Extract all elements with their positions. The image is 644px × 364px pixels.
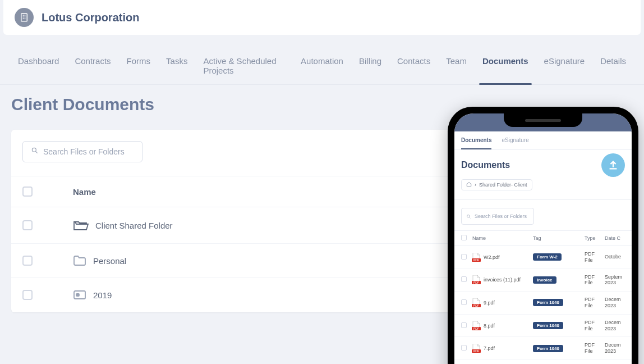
phone-row-type: PDFFile xyxy=(585,251,605,263)
phone-row-name: invoices (11).pdf xyxy=(484,277,521,283)
phone-table-row[interactable]: PDF 8.pdf Form 1040 PDFFile Decem2023 xyxy=(454,315,632,338)
phone-row-type: PDFFile xyxy=(585,274,605,286)
phone-row-checkbox[interactable] xyxy=(461,322,467,328)
phone-row-checkbox[interactable] xyxy=(461,299,467,305)
tab-automation[interactable]: Automation xyxy=(293,48,351,84)
file-pdf-icon: PDF xyxy=(472,298,480,307)
phone-row-name: W2.pdf xyxy=(484,254,500,260)
phone-row-type: PDFFile xyxy=(585,342,605,354)
phone-table-row[interactable]: PDF invoices (11).pdf Invoice PDFFile Se… xyxy=(454,269,632,292)
svg-rect-9 xyxy=(74,291,85,299)
phone-col-tag[interactable]: Tag xyxy=(533,235,585,241)
phone-row-date: Octobe xyxy=(605,254,625,260)
phone-row-name: 7.pdf xyxy=(484,345,495,351)
row-checkbox[interactable] xyxy=(22,256,33,266)
home-icon xyxy=(466,181,472,188)
tab-projects[interactable]: Active & Scheduled Projects xyxy=(195,48,293,84)
file-pdf-icon: PDF xyxy=(472,344,480,353)
tab-team[interactable]: Team xyxy=(438,48,475,84)
tab-dashboard[interactable]: Dashboard xyxy=(10,48,67,84)
upload-button[interactable] xyxy=(601,153,625,177)
tab-details[interactable]: Details xyxy=(592,48,634,84)
search-input[interactable] xyxy=(43,147,134,156)
phone-page-title: Documents xyxy=(461,160,510,170)
row-name: Client Shared Folder xyxy=(95,221,173,230)
chevron-right-icon: › xyxy=(475,182,476,188)
phone-row-date: Decem2023 xyxy=(605,320,625,332)
phone-tab-esignature[interactable]: eSignature xyxy=(502,137,528,146)
folder-archive-icon xyxy=(73,289,86,301)
tab-billing[interactable]: Billing xyxy=(351,48,389,84)
search-box[interactable] xyxy=(22,141,142,162)
phone-table-row[interactable]: PDF 7.pdf Form 1040 PDFFile Decem2023 xyxy=(454,337,632,360)
folder-open-icon xyxy=(73,219,89,232)
phone-table-row[interactable]: PDF 9.pdf Form 1040 PDFFile Decem2023 xyxy=(454,292,632,315)
search-icon xyxy=(31,147,39,157)
file-pdf-icon: PDF xyxy=(472,321,480,330)
file-pdf-icon: PDF xyxy=(472,253,480,262)
nav-tabs: Dashboard Contracts Forms Tasks Active &… xyxy=(0,48,644,85)
svg-line-8 xyxy=(36,152,38,153)
phone-search-box[interactable] xyxy=(461,208,534,225)
phone-row-tag[interactable]: Form 1040 xyxy=(533,322,563,329)
phone-table-row[interactable]: PDF 6.pdf Form 1040 (PR) PDFFile Decem20… xyxy=(454,360,632,364)
phone-tabs: Documents eSignature xyxy=(454,131,632,150)
tab-contacts[interactable]: Contacts xyxy=(389,48,438,84)
phone-breadcrumb[interactable]: › Shared Folder- Client xyxy=(461,179,532,190)
phone-row-name: 9.pdf xyxy=(484,300,495,306)
phone-notch xyxy=(504,113,582,127)
phone-row-type: PDFFile xyxy=(585,297,605,309)
row-name: 2019 xyxy=(93,290,112,300)
svg-rect-10 xyxy=(76,294,79,296)
phone-row-tag[interactable]: Form 1040 xyxy=(533,299,563,306)
phone-col-date[interactable]: Date C xyxy=(605,235,625,241)
phone-table-row[interactable]: PDF W2.pdf Form W-2 PDFFile Octobe xyxy=(454,246,632,269)
phone-row-type: PDFFile xyxy=(585,320,605,332)
svg-rect-0 xyxy=(21,13,27,21)
phone-tab-documents[interactable]: Documents xyxy=(461,137,491,146)
phone-row-tag[interactable]: Form W-2 xyxy=(533,253,562,261)
phone-row-date: Septem2023 xyxy=(605,274,625,286)
phone-row-tag[interactable]: Invoice xyxy=(533,276,556,284)
tab-documents[interactable]: Documents xyxy=(475,48,536,84)
row-checkbox[interactable] xyxy=(22,220,33,230)
phone-row-name: 8.pdf xyxy=(484,323,495,329)
svg-line-12 xyxy=(470,217,471,219)
phone-select-all-checkbox[interactable] xyxy=(461,235,467,240)
phone-mockup: Documents eSignature Documents › Shared … xyxy=(448,107,638,364)
phone-table-header: Name Tag Type Date C xyxy=(454,230,632,246)
phone-col-type[interactable]: Type xyxy=(585,235,605,241)
phone-row-tag[interactable]: Form 1040 xyxy=(533,345,563,352)
file-pdf-icon: PDF xyxy=(472,275,480,284)
tab-contracts[interactable]: Contracts xyxy=(67,48,118,84)
select-all-checkbox[interactable] xyxy=(22,186,33,197)
tab-forms[interactable]: Forms xyxy=(119,48,159,84)
phone-row-checkbox[interactable] xyxy=(461,345,467,351)
row-name: Personal xyxy=(93,256,126,266)
phone-row-checkbox[interactable] xyxy=(461,276,467,282)
phone-row-date: Decem2023 xyxy=(605,297,625,309)
tab-esignature[interactable]: eSignature xyxy=(536,48,593,84)
folder-icon xyxy=(73,255,86,266)
phone-row-date: Decem2023 xyxy=(605,342,625,354)
org-name: Lotus Corporation xyxy=(42,11,139,24)
app-header: Lotus Corporation xyxy=(3,0,641,35)
search-icon xyxy=(466,211,471,221)
svg-point-7 xyxy=(32,148,36,152)
phone-search-input[interactable] xyxy=(475,213,529,219)
phone-row-checkbox[interactable] xyxy=(461,254,467,260)
svg-point-11 xyxy=(467,215,470,218)
tab-tasks[interactable]: Tasks xyxy=(158,48,195,84)
org-avatar-icon xyxy=(15,8,34,27)
phone-col-name[interactable]: Name xyxy=(472,235,533,241)
breadcrumb-label: Shared Folder- Client xyxy=(479,182,527,188)
row-checkbox[interactable] xyxy=(22,290,33,300)
